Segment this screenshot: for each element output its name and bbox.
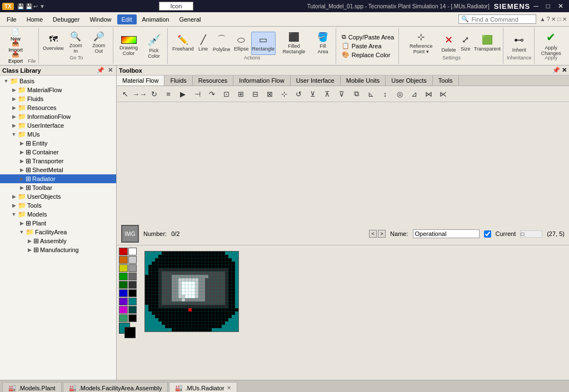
tool23[interactable]: ⋉ (436, 88, 450, 100)
toolbox-tab-user-objects[interactable]: User Objects (386, 76, 433, 86)
toolbox-tab-fluids[interactable]: Fluids (164, 76, 192, 86)
tree-item-plant[interactable]: ▶⊞Plant (0, 219, 116, 228)
toolbox-tab-resources[interactable]: Resources (193, 76, 234, 86)
inherit-button[interactable]: ⊷ Inherit (509, 32, 529, 55)
stack-tool-button[interactable]: ≡ (162, 88, 175, 100)
menu-file[interactable]: File (2, 14, 21, 24)
connect-tool-button[interactable]: →→ (133, 88, 146, 100)
toolbox-tab-user-interface[interactable]: User Interface (291, 76, 341, 86)
sidebar-close-button[interactable]: ✕ (107, 67, 114, 74)
tool17[interactable]: ⧉ (350, 88, 363, 100)
tree-item-toolbar[interactable]: ▶⊞Toolbar (0, 183, 116, 192)
sidebar-pin-button[interactable]: 📌 (96, 67, 106, 74)
tree-toggle-tools[interactable]: ▶ (10, 203, 18, 208)
color-swatch-14[interactable] (119, 306, 128, 314)
tool13[interactable]: ↺ (292, 88, 305, 100)
color-swatch-5[interactable] (128, 264, 137, 272)
tree-item-userobjects[interactable]: ▶📁UserObjects (0, 192, 116, 201)
overview-button[interactable]: 🗺 Overview (42, 32, 64, 54)
close-button[interactable]: ✕ (555, 0, 567, 12)
nav-prev-button[interactable]: < (369, 230, 377, 238)
name-input[interactable] (413, 229, 480, 238)
step-tool-button[interactable]: ↷ (205, 88, 218, 100)
play-tool-button[interactable]: ▶ (176, 88, 189, 100)
tree-toggle-plant[interactable]: ▶ (18, 220, 26, 226)
toolbox-close-button[interactable]: ✕ (562, 67, 567, 73)
tool11[interactable]: ⊠ (263, 88, 276, 100)
pixel-editor[interactable] (144, 251, 239, 332)
menu-animation[interactable]: Animation (138, 14, 174, 24)
tab-close-mus-radiator[interactable]: ✕ (227, 385, 231, 391)
freehand-button[interactable]: ✏️ Freehand (171, 32, 195, 55)
menu-home[interactable]: Home (22, 14, 47, 24)
toolbox-tab-mobile-units[interactable]: Mobile Units (341, 76, 386, 86)
tree-toggle-sheetmetal[interactable]: ▶ (18, 167, 26, 173)
color-swatch-17[interactable] (128, 314, 137, 322)
menu-edit[interactable]: Edit (117, 14, 137, 24)
tree-toggle-resources[interactable]: ▶ (10, 105, 18, 110)
tree-item-radiator[interactable]: ▶⊞Radiator (0, 174, 116, 183)
tree-item-facilityarea[interactable]: ▼📁FacilityArea (0, 228, 116, 237)
branch-tool-button[interactable]: ⊣ (191, 88, 204, 100)
tool10[interactable]: ⊟ (248, 88, 262, 100)
polyline-button[interactable]: ⌒ Polyline (212, 32, 232, 55)
tree-toggle-manufacturing[interactable]: ▶ (26, 247, 33, 253)
tree-toggle-materialflow[interactable]: ▶ (10, 87, 18, 93)
toolbox-pin-button[interactable]: 📌 (552, 67, 560, 73)
delete-button[interactable]: ✕ Delete (440, 32, 457, 55)
tree-item-entity[interactable]: ▶⊞Entity (0, 139, 116, 148)
bottom-tab-models-facility[interactable]: 🏭.Models.FacilityArea.Assembly (63, 382, 168, 392)
tool15[interactable]: ⊼ (321, 88, 334, 100)
tree-toggle-userobjects[interactable]: ▶ (10, 194, 18, 199)
tree-toggle-fluids[interactable]: ▶ (10, 96, 18, 102)
color-swatch-3[interactable] (128, 256, 137, 264)
size-button[interactable]: ⤢ Size (458, 32, 473, 55)
toolbox-tab-tools[interactable]: Tools (433, 76, 459, 86)
color-swatch-15[interactable] (128, 306, 137, 314)
paste-area-button[interactable]: 📋 Paste Area (340, 42, 397, 50)
replace-color-button[interactable]: 🎨 Replace Color (340, 51, 397, 59)
tree-item-models[interactable]: ▼📁Models (0, 210, 116, 219)
toolbox-tab-material-flow[interactable]: Material Flow (117, 76, 164, 86)
tool21[interactable]: ⊿ (407, 88, 421, 100)
color-swatch-7[interactable] (128, 273, 137, 280)
tree-item-resources[interactable]: ▶📁Resources (0, 103, 116, 112)
tree-toggle-basis[interactable]: ▼ (2, 78, 10, 84)
tree-toggle-entity[interactable]: ▶ (18, 140, 26, 146)
menu-window[interactable]: Window (85, 14, 116, 24)
bottom-tab-mus-radiator[interactable]: 🏭.MUs.Radiator ✕ (169, 382, 237, 392)
tool18[interactable]: ⊾ (364, 88, 377, 100)
bottom-tab-models-plant[interactable]: 🏭.Models.Plant (2, 382, 62, 392)
tree-item-mus[interactable]: ▼📁MUs (0, 130, 116, 139)
maximize-button[interactable]: □ (543, 0, 553, 12)
tree-item-manufacturing[interactable]: ▶⊞Manufacturing (0, 245, 116, 254)
current-checkbox[interactable] (484, 230, 491, 238)
tree-toggle-container[interactable]: ▶ (18, 149, 26, 155)
color-swatch-4[interactable] (119, 264, 128, 272)
tool19[interactable]: ↕ (378, 88, 392, 100)
tree-toggle-toolbar[interactable]: ▶ (18, 185, 26, 190)
tree-toggle-userinterface[interactable]: ▶ (10, 123, 18, 128)
tool14[interactable]: ⊻ (306, 88, 320, 100)
color-swatch-12[interactable] (119, 298, 128, 305)
new-button[interactable]: 📄 New (4, 30, 27, 40)
apply-changes-button[interactable]: ✔ Apply Changes (538, 32, 565, 55)
zoom-out-button[interactable]: 🔎 Zoom Out (87, 32, 111, 54)
line-button[interactable]: ╱ Line (196, 32, 211, 55)
file-tab[interactable]: Icon (159, 2, 194, 11)
minimize-button[interactable]: ─ (530, 0, 542, 12)
transparent-button[interactable]: 🟩 Transparent (474, 32, 501, 55)
pick-color-button[interactable]: 💉 Pick Color (143, 34, 165, 58)
tree-item-transporter[interactable]: ▶⊞Transporter (0, 157, 116, 165)
select-tool-button[interactable]: ↖ (118, 88, 132, 100)
tree-item-informationflow[interactable]: ▶📁InformationFlow (0, 112, 116, 121)
tree-item-materialflow[interactable]: ▶📁MaterialFlow (0, 86, 116, 94)
nav-next-button[interactable]: > (378, 230, 386, 238)
tool9[interactable]: ⊞ (234, 88, 247, 100)
canvas-content[interactable] (117, 245, 569, 380)
tree-item-fluids[interactable]: ▶📁Fluids (0, 94, 116, 103)
tree-item-assembly[interactable]: ▶⊞Assembly (0, 237, 116, 245)
fill-area-button[interactable]: 🪣 Fill Area (312, 32, 333, 55)
reference-point-button[interactable]: ⊹ Reference Point ▾ (402, 32, 440, 55)
color-swatch-0[interactable] (119, 248, 128, 255)
